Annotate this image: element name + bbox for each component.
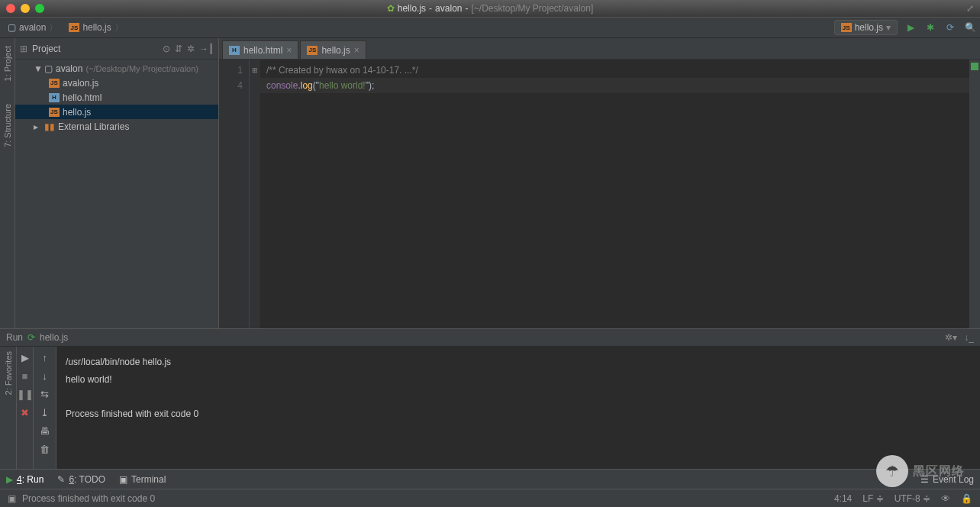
lock-icon[interactable]: 🔒 xyxy=(961,493,972,504)
code-token: console xyxy=(266,80,298,91)
title-sep2: - xyxy=(465,3,468,14)
library-icon: ▮▮ xyxy=(44,121,55,132)
tree-root[interactable]: ▼ ▢ avalon (~/Desktop/My Project/avalon) xyxy=(15,61,218,76)
code-string: hello world! xyxy=(319,80,366,91)
main-area: 1: Project 7: Structure ⊞ Project ⊙ ⇵ ✲ … xyxy=(0,38,980,328)
tool-run[interactable]: ▶ 4: Run xyxy=(6,474,44,485)
rerun-button[interactable]: ▶ xyxy=(19,351,31,363)
project-tree: ▼ ▢ avalon (~/Desktop/My Project/avalon)… xyxy=(15,60,218,135)
debug-button[interactable]: ✱ xyxy=(924,21,937,34)
hide-panel-icon[interactable]: ↓_ xyxy=(964,332,974,343)
print-button[interactable]: 🖶 xyxy=(39,425,51,437)
run-panel-body: 2: Favorites ▶ ■ ❚❚ ✖ ↑ ↓ ⇆ ⤓ 🖶 🗑 /usr/l… xyxy=(0,347,980,469)
clear-button[interactable]: 🗑 xyxy=(39,443,51,455)
watermark: ☂ 黑区网络 xyxy=(876,455,965,487)
console-cmd: /usr/local/bin/node hello.js xyxy=(66,357,171,367)
error-stripe[interactable] xyxy=(969,60,980,328)
close-window-button[interactable] xyxy=(6,4,15,13)
tool-terminal[interactable]: ▣ Terminal xyxy=(119,474,166,485)
status-line-ending[interactable]: LF ≑ xyxy=(862,493,883,504)
fold-expand-icon[interactable]: ⊞ xyxy=(250,63,260,78)
breadcrumb-label: hello.js xyxy=(82,22,111,33)
zoom-window-button[interactable] xyxy=(35,4,44,13)
inspector-icon[interactable]: 👁 xyxy=(941,493,950,504)
titlebar: ✿ hello.js - avalon - [~/Desktop/My Proj… xyxy=(0,0,980,17)
up-button[interactable]: ↑ xyxy=(39,351,51,363)
down-button[interactable]: ↓ xyxy=(39,370,51,382)
line-number: 4 xyxy=(219,78,243,93)
soft-wrap-button[interactable]: ⇆ xyxy=(39,388,51,400)
editor-area: H hello.html × JS hello.js × 1 4 ⊞ /** C… xyxy=(219,38,980,328)
terminal-icon: ▣ xyxy=(119,474,127,485)
status-window-icon[interactable]: ▣ xyxy=(8,493,16,504)
arrow-down-icon: ▼ xyxy=(34,63,41,74)
project-panel: ⊞ Project ⊙ ⇵ ✲ →┃ ▼ ▢ avalon (~/Desktop… xyxy=(15,38,219,328)
project-view-icon[interactable]: ⊞ xyxy=(20,44,27,54)
tree-file-label: avalon.js xyxy=(63,78,98,89)
folder-icon: ▢ xyxy=(44,63,53,74)
stop-button[interactable]: ■ xyxy=(19,370,31,382)
scroll-from-source-icon[interactable]: ⊙ xyxy=(163,44,170,54)
line-number: 1 xyxy=(219,63,243,78)
code-body[interactable]: 1 4 ⊞ /** Created by hwax on 14-10-17. .… xyxy=(219,60,980,328)
tool-window-favorites[interactable]: 2: Favorites xyxy=(4,351,13,395)
play-icon: ▶ xyxy=(6,474,13,485)
close-tab-icon[interactable]: × xyxy=(286,45,292,56)
breadcrumb: ▢ avalon 〉 JS hello.js 〉 xyxy=(3,20,128,36)
status-cursor[interactable]: 4:14 xyxy=(834,493,852,504)
gear-icon[interactable]: ✲ xyxy=(187,44,195,54)
run-button[interactable]: ▶ xyxy=(904,21,917,34)
todo-icon: ✎ xyxy=(57,474,65,485)
close-button[interactable]: ✖ xyxy=(19,406,31,418)
tree-file-hello-js[interactable]: JS hello.js xyxy=(15,105,218,119)
run-config-label: hello.js xyxy=(855,22,883,33)
console-output[interactable]: /usr/local/bin/node hello.js hello world… xyxy=(56,347,980,469)
js-file-icon: JS xyxy=(841,23,852,32)
folder-icon: ▢ xyxy=(8,22,16,33)
hide-panel-icon[interactable]: →┃ xyxy=(199,44,214,54)
gear-icon[interactable]: ✲▾ xyxy=(945,332,957,343)
tree-external-label: External Libraries xyxy=(58,121,129,132)
tree-external-libraries[interactable]: ▸ ▮▮ External Libraries xyxy=(15,119,218,134)
run-header-label: Run xyxy=(6,332,23,343)
tab-label: hello.js xyxy=(321,45,350,56)
code-area[interactable]: /** Created by hwax on 14-10-17. ...*/ c… xyxy=(260,60,969,328)
tree-root-path: (~/Desktop/My Project/avalon) xyxy=(85,64,198,73)
left-tool-strip: 1: Project 7: Structure xyxy=(0,38,15,328)
collapse-all-icon[interactable]: ⇵ xyxy=(175,44,182,54)
tab-hello-js[interactable]: JS hello.js × xyxy=(300,40,366,59)
status-encoding[interactable]: UTF-8 ≑ xyxy=(895,493,930,504)
tool-terminal-label: Terminal xyxy=(131,474,166,485)
search-button[interactable]: 🔍 xyxy=(963,21,977,34)
title-project: avalon xyxy=(435,3,462,14)
pause-button[interactable]: ❚❚ xyxy=(19,388,31,400)
minimize-window-button[interactable] xyxy=(21,4,30,13)
tool-todo[interactable]: ✎ 6: TODO xyxy=(57,474,105,485)
tab-hello-html[interactable]: H hello.html × xyxy=(222,40,298,59)
watermark-text: 黑区网络 xyxy=(913,463,965,480)
tree-file-avalon-js[interactable]: JS avalon.js xyxy=(15,76,218,90)
status-bar: ▣ Process finished with exit code 0 4:14… xyxy=(0,489,980,507)
tree-file-label: hello.js xyxy=(63,107,91,118)
breadcrumb-item-avalon[interactable]: ▢ avalon 〉 xyxy=(3,20,63,36)
window-controls xyxy=(6,4,44,13)
chevron-right-icon: 〉 xyxy=(49,21,58,34)
fold-gutter: ⊞ xyxy=(250,60,260,328)
toolbar-right: JS hello.js ▾ ▶ ✱ ⟳ 🔍 xyxy=(834,20,977,35)
tree-root-label: avalon xyxy=(56,63,82,74)
close-tab-icon[interactable]: × xyxy=(354,45,359,56)
breadcrumb-item-hellojs[interactable]: JS hello.js 〉 xyxy=(64,20,127,36)
html-file-icon: H xyxy=(229,46,240,55)
tool-run-label: 4: Run xyxy=(17,474,44,485)
run-panel-header: Run ⟳ hello.js ✲▾ ↓_ xyxy=(0,328,980,347)
code-token: (" xyxy=(313,80,319,91)
tool-window-project[interactable]: 1: Project xyxy=(3,46,12,81)
tree-file-hello-html[interactable]: H hello.html xyxy=(15,90,218,105)
window-title: ✿ hello.js - avalon - [~/Desktop/My Proj… xyxy=(387,3,593,14)
update-button[interactable]: ⟳ xyxy=(943,21,957,34)
tool-window-structure[interactable]: 7: Structure xyxy=(3,104,12,147)
chevron-down-icon: ▾ xyxy=(886,22,891,33)
fullscreen-icon[interactable]: ⤢ xyxy=(966,3,974,14)
run-config-selector[interactable]: JS hello.js ▾ xyxy=(834,20,898,35)
scroll-to-end-button[interactable]: ⤓ xyxy=(39,406,51,418)
